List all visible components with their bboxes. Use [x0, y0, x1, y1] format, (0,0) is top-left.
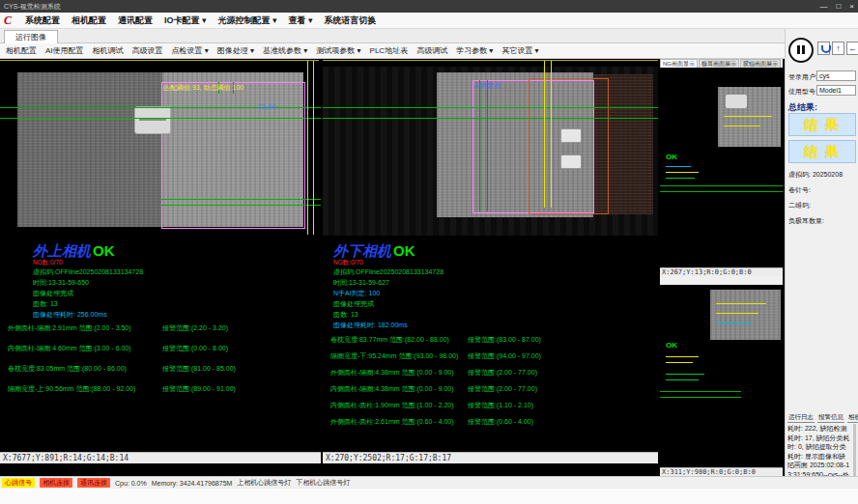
- alarm-range: 报警范围:(94.00 - 97.00): [468, 351, 541, 361]
- ng-count-label: NG数:0/70: [333, 259, 363, 267]
- measure-row: 卷枕宽度:83.77mm 范围:(82.00 - 88.00): [330, 335, 449, 345]
- model-label: 使用型号:: [788, 87, 817, 97]
- window-footer: [0, 489, 858, 504]
- threshold-overlay-text: 匹配阈值:93, 动态阈值:100: [163, 83, 243, 93]
- magnet-button[interactable]: [817, 42, 830, 55]
- tool-learning-params[interactable]: 学习参数 ▾: [456, 45, 493, 56]
- tool-camera-config[interactable]: 相机配置: [6, 45, 37, 56]
- process-done-label: 图像处理完成: [33, 289, 73, 298]
- alarm-range: 报警范围:(89.00 - 91.00): [162, 384, 236, 394]
- top-guide-line: [0, 60, 319, 61]
- alarm-range: 报警范围:(2.00 - 77.00): [468, 368, 537, 378]
- feature-shadow: [139, 119, 166, 121]
- heartbeat-badge: 心跳信号: [2, 478, 35, 488]
- app-status-bar: 心跳信号 相机连接 通讯连接 Cpu: 0.0% Memory: 3424.41…: [0, 476, 858, 489]
- close-button[interactable]: ×: [849, 0, 854, 13]
- thumb-tab-ng[interactable]: NG画面显示: [660, 59, 698, 68]
- camera-name-label: 外上相机: [33, 242, 91, 259]
- alarm-range: 报警范围:(2.00 - 77.00): [468, 384, 537, 394]
- move-up-button[interactable]: ↑: [832, 42, 844, 55]
- thumb-tab-tab3[interactable]: 胶辊画面展示: [740, 59, 781, 68]
- login-user-label: 登录用户:: [788, 72, 817, 82]
- tool-ai-config[interactable]: AI使用配置: [45, 45, 84, 56]
- ng-count-label: NG数:0/70: [33, 259, 63, 267]
- measure-row: 外侧圆柱-隔圈:2.91mm 范围:(2.00 - 3.50): [8, 323, 131, 333]
- thumbnail-tab-strip: NG画面显示 极耳画面展示 胶辊画面展示: [660, 59, 783, 68]
- thumb-tab-tab2[interactable]: 极耳画面展示: [699, 59, 739, 68]
- maximize-button[interactable]: □: [836, 0, 841, 13]
- menu-item-comm[interactable]: 通讯配置: [118, 14, 153, 27]
- ai-judge-label: N手AI判定: 100: [333, 289, 380, 298]
- process-done-label: 图像处理完成: [333, 299, 374, 309]
- thumb1-status-bar: X:267;Y:13;R:0;G:0;B:0: [660, 267, 783, 276]
- thumb-result-ok: OK: [666, 341, 677, 350]
- tool-camera-debug[interactable]: 相机调试: [93, 45, 124, 56]
- baseline-green-1: [323, 107, 658, 108]
- cpu-usage-label: Cpu: 0.0%: [115, 480, 147, 487]
- login-user-field[interactable]: cys: [816, 70, 856, 81]
- capture-time-label: 时间:13-31-59-627: [333, 278, 389, 288]
- info-text-mark: [666, 379, 699, 380]
- result-box-lower: 结 果: [788, 140, 856, 163]
- window-controls: — □ ×: [819, 0, 854, 13]
- thumb-viewport-1[interactable]: OK: [660, 68, 783, 267]
- left-camera-viewport[interactable]: 匹配阈值:93, 动态阈值:100 73.66 外上相机OK NG数:0/70 …: [0, 59, 321, 463]
- alarm-range: 报警范围:(1.10 - 2.10): [468, 401, 533, 410]
- camera-link-badge: 相机连接: [40, 478, 72, 488]
- tab-run-image[interactable]: 运行图像: [4, 30, 58, 43]
- edge-mark-green-1: [479, 80, 480, 211]
- thumbnail-column: NG画面显示 极耳画面展示 胶辊画面展示 OK X:267;Y:13;R:0;G…: [660, 59, 783, 489]
- frame-count-label: 图数: 13: [333, 310, 358, 320]
- info-text-mark: [666, 172, 699, 173]
- menu-item-light[interactable]: 光源控制配置 ▾: [218, 14, 277, 27]
- measure-row: 隔圈宽度-下:95.24mm 范围:(93.00 - 98.00): [330, 351, 458, 361]
- tool-plc-address[interactable]: PLC地址表: [370, 45, 409, 56]
- tool-advanced-settings[interactable]: 高级设置: [132, 45, 163, 56]
- upper-camera-heartbeat-label: 上相机心跳信号灯: [237, 478, 291, 488]
- log-tab-alarm[interactable]: 报警信息: [817, 413, 844, 423]
- roi-box-orange: [529, 78, 609, 214]
- menu-item-camera[interactable]: 相机配置: [72, 14, 106, 27]
- cyan-mark: [716, 322, 751, 323]
- back-button[interactable]: ←: [846, 42, 858, 55]
- log-tab-run[interactable]: 运行日志: [787, 413, 815, 423]
- measure-row: 外侧圆柱-隔圈:4.38mm 范围:(0.00 - 9.00): [330, 368, 454, 378]
- memory-usage-label: Memory: 3424.41796875M: [152, 480, 233, 487]
- log-tab-camera[interactable]: 相机信息: [847, 413, 858, 423]
- feature-bright-spot: [726, 95, 747, 108]
- menu-item-language[interactable]: 系统语言切换: [325, 14, 377, 27]
- guide-yellow-1: [544, 61, 545, 208]
- info-text-mark: [666, 178, 695, 179]
- right-camera-viewport[interactable]: AI判定框 外下相机OK NG数:0/70 虚拟码:OFFline2025020…: [323, 59, 658, 463]
- alarm-range: 报警范围:(81.00 - 85.00): [162, 364, 236, 374]
- tool-test-params[interactable]: 测试项参数 ▾: [316, 45, 360, 56]
- model-field[interactable]: Model1: [816, 85, 856, 96]
- menu-bar: C 系统配置 相机配置 通讯配置 IO卡配置 ▾ 光源控制配置 ▾ 查看 ▾ 系…: [0, 13, 858, 29]
- measure-row: 卷枕宽度:83.05mm 范围:(80.00 - 86.00): [8, 364, 127, 374]
- alarm-range: 报警范围:(2.20 - 3.20): [162, 323, 228, 333]
- pause-button[interactable]: [788, 38, 814, 63]
- thumb-viewport-2[interactable]: OK: [660, 285, 783, 467]
- app-logo-icon: C: [4, 14, 12, 28]
- neg-tab-count-label: 负极耳数量:: [788, 216, 824, 226]
- tool-spotcheck-settings[interactable]: 点检设置 ▾: [172, 45, 209, 56]
- tool-image-processing[interactable]: 图像处理 ▾: [217, 45, 254, 56]
- tool-baseline-params[interactable]: 基准线参数 ▾: [263, 45, 307, 56]
- window-title: CYS-视觉检测系统: [0, 3, 61, 10]
- info-text-mark: [666, 356, 699, 357]
- tool-other-settings[interactable]: 其它设置 ▾: [501, 45, 538, 56]
- edge-mark-green-2: [487, 80, 488, 211]
- minimize-button[interactable]: —: [819, 0, 827, 13]
- pin-number-label: 卷针号:: [788, 185, 811, 195]
- pause-icon: [802, 45, 805, 54]
- frame-count-label: 图数: 13: [33, 299, 58, 309]
- baseline-green-2: [323, 118, 658, 119]
- menu-item-io[interactable]: IO卡配置 ▾: [164, 14, 207, 27]
- menu-item-system[interactable]: 系统配置: [25, 14, 60, 27]
- tool-advanced-debug[interactable]: 高级调试: [416, 45, 447, 56]
- virtual-code-field-label: 虚拟码: 20250208: [788, 170, 843, 180]
- menu-item-view[interactable]: 查看 ▾: [289, 14, 313, 27]
- lower-camera-heartbeat-label: 下相机心跳信号灯: [296, 478, 350, 488]
- control-panel: ↑ ← 登录用户: cys 使用型号: Model1 总结果: 结 果 结 果 …: [785, 29, 858, 489]
- title-bar: CYS-视觉检测系统 — □ ×: [0, 0, 858, 13]
